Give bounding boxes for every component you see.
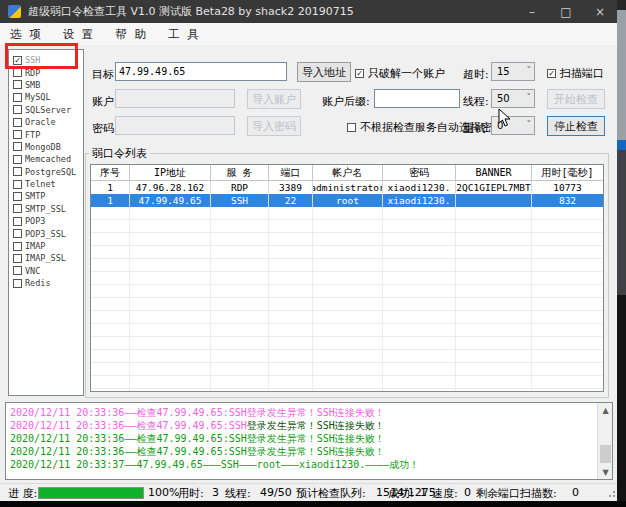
- column-header[interactable]: 端口: [269, 165, 313, 180]
- service-item-smtp[interactable]: SMTP: [9, 190, 83, 202]
- checkbox-unchecked-icon[interactable]: [13, 192, 22, 201]
- password-input[interactable]: [115, 116, 235, 135]
- service-item-smtp_ssl[interactable]: SMTP_SSL: [9, 203, 83, 215]
- service-item-imap_ssl[interactable]: IMAP_SSL: [9, 252, 83, 264]
- column-header[interactable]: 服 务: [211, 165, 269, 180]
- column-header[interactable]: 密码: [383, 165, 456, 180]
- window-controls: – □ ×: [515, 0, 617, 23]
- checkbox-unchecked-icon[interactable]: [13, 180, 22, 189]
- account-input[interactable]: [115, 89, 235, 108]
- scrollbar-thumb[interactable]: [600, 445, 611, 463]
- checkbox-unchecked-icon[interactable]: [13, 279, 22, 288]
- service-item-imap[interactable]: IMAP: [9, 240, 83, 252]
- import-password-button: 导入密码: [247, 116, 301, 136]
- checkbox-unchecked-icon[interactable]: [13, 167, 22, 176]
- threads-dropdown[interactable]: 50˅: [491, 89, 535, 108]
- timeout-dropdown[interactable]: 15˅: [491, 62, 535, 81]
- import-address-button[interactable]: 导入地址: [297, 62, 351, 82]
- table-cell: 47.99.49.65: [130, 194, 211, 207]
- background-strip: [617, 10, 626, 140]
- service-item-rdp[interactable]: RDP: [9, 66, 83, 78]
- remaining-label: 剩余端口扫描数:: [476, 486, 557, 501]
- service-item-ftp[interactable]: FTP: [9, 128, 83, 140]
- chevron-down-icon: ˅: [527, 92, 532, 102]
- checkbox-unchecked-icon[interactable]: [13, 217, 22, 226]
- checkbox-unchecked-icon[interactable]: [13, 80, 22, 89]
- checkbox-checked-icon[interactable]: ✓: [13, 56, 22, 65]
- progress-fill: [39, 488, 143, 498]
- service-item-telnet[interactable]: Telnet: [9, 178, 83, 190]
- column-header[interactable]: 帐户名: [313, 165, 383, 180]
- column-header[interactable]: 序号: [91, 165, 130, 180]
- scan-port-checkbox[interactable]: ✓ 扫描端口: [547, 66, 604, 81]
- service-item-ssh[interactable]: ✓SSH: [9, 54, 83, 66]
- service-item-memcached[interactable]: Memcached: [9, 153, 83, 165]
- checkbox-unchecked-icon[interactable]: [13, 204, 22, 213]
- service-item-pop3[interactable]: POP3: [9, 215, 83, 227]
- service-list[interactable]: ✓SSHRDPSMBMySQLSQLServerOracleFTPMongoDB…: [8, 49, 84, 396]
- service-label: FTP: [25, 130, 40, 140]
- table-cell: RDP: [211, 181, 269, 194]
- time-value: 3: [212, 486, 219, 499]
- checkbox-unchecked-icon[interactable]: [13, 155, 22, 164]
- log-content: 2020/12/11 20:33:36——检查47.99.49.65:SSH登录…: [6, 403, 597, 479]
- service-label: RDP: [25, 68, 40, 78]
- threads-status-value: 49/50: [260, 486, 292, 499]
- resize-grip[interactable]: [607, 491, 615, 499]
- log-line: 2020/12/11 20:33:36——检查47.99.49.65:SSH登录…: [10, 406, 595, 419]
- service-item-redis[interactable]: Redis: [9, 277, 83, 289]
- menu-tools[interactable]: 工 具: [158, 24, 211, 45]
- menu-options[interactable]: 选 项: [0, 24, 53, 45]
- table-row-selected[interactable]: 147.99.49.65SSH22rootxiaodi1230.832: [91, 194, 603, 207]
- remaining-value: 0: [572, 486, 579, 499]
- log-line: 2020/12/11 20:33:36——检查47.99.49.65:SSH登录…: [10, 445, 595, 458]
- stop-check-button[interactable]: 停止检查: [547, 116, 605, 136]
- service-item-mongodb[interactable]: MongoDB: [9, 141, 83, 153]
- checkbox-unchecked-icon[interactable]: [13, 254, 22, 263]
- table-cell: xiaodi1230.: [383, 181, 456, 194]
- table-cell: xiaodi1230.: [383, 194, 456, 207]
- checkbox-unchecked-icon[interactable]: [13, 118, 22, 127]
- service-label: POP3: [25, 216, 45, 226]
- weak-password-group: 弱口令列表 序号IP地址服 务端口帐户名密码BANNER用时[毫秒] 147.9…: [85, 153, 609, 398]
- background-strip: [0, 501, 626, 507]
- minimize-button[interactable]: –: [515, 0, 549, 23]
- checkbox-unchecked-icon[interactable]: [13, 93, 22, 102]
- scroll-down-icon[interactable]: ▼: [598, 465, 613, 479]
- checkbox-unchecked-icon[interactable]: [13, 142, 22, 151]
- column-header[interactable]: IP地址: [130, 165, 211, 180]
- checkbox-unchecked-icon[interactable]: [13, 105, 22, 114]
- checkbox-checked-icon: ✓: [355, 69, 364, 78]
- menu-settings[interactable]: 设 置: [53, 24, 106, 45]
- service-item-sqlserver[interactable]: SQLServer: [9, 104, 83, 116]
- scroll-up-icon[interactable]: ▲: [598, 403, 613, 417]
- retry-dropdown[interactable]: 0˅: [491, 116, 535, 135]
- service-item-smb[interactable]: SMB: [9, 79, 83, 91]
- menu-help[interactable]: 帮 助: [105, 24, 158, 45]
- target-input[interactable]: [115, 62, 287, 81]
- service-item-mysql[interactable]: MySQL: [9, 91, 83, 103]
- close-button[interactable]: ×: [583, 0, 617, 23]
- checkbox-unchecked-icon[interactable]: [13, 266, 22, 275]
- checkbox-unchecked-icon[interactable]: [13, 68, 22, 77]
- service-item-oracle[interactable]: Oracle: [9, 116, 83, 128]
- only-one-account-checkbox[interactable]: ✓ 只破解一个账户: [355, 66, 445, 81]
- column-header[interactable]: BANNER: [456, 165, 532, 180]
- service-item-postgresql[interactable]: PostgreSQL: [9, 166, 83, 178]
- result-table[interactable]: 序号IP地址服 务端口帐户名密码BANNER用时[毫秒] 147.96.28.1…: [90, 164, 604, 392]
- checkbox-unchecked-icon[interactable]: [13, 130, 22, 139]
- threads-label: 线程:: [463, 94, 489, 109]
- table-cell: 1: [91, 194, 130, 207]
- status-bar: 进 度: 100% 用时: 3 线程: 49/50 预计检查队列: 1514/1…: [0, 483, 617, 501]
- checkbox-unchecked-icon[interactable]: [13, 229, 22, 238]
- account-suffix-input[interactable]: [374, 89, 460, 108]
- log-scrollbar[interactable]: ▲ ▼: [597, 403, 612, 479]
- desktop: 超级弱口令检查工具 V1.0 测试版 Beta28 by shack2 2019…: [0, 0, 626, 507]
- service-item-pop3_ssl[interactable]: POP3_SSL: [9, 227, 83, 239]
- service-item-vnc[interactable]: VNC: [9, 265, 83, 277]
- column-header[interactable]: 用时[毫秒]: [532, 165, 603, 180]
- table-row[interactable]: 147.96.28.162RDP3389administratorxiaodi1…: [91, 181, 603, 194]
- checkbox-unchecked-icon[interactable]: [13, 242, 22, 251]
- checkbox-unchecked-icon: [347, 123, 356, 132]
- maximize-button[interactable]: □: [549, 0, 583, 23]
